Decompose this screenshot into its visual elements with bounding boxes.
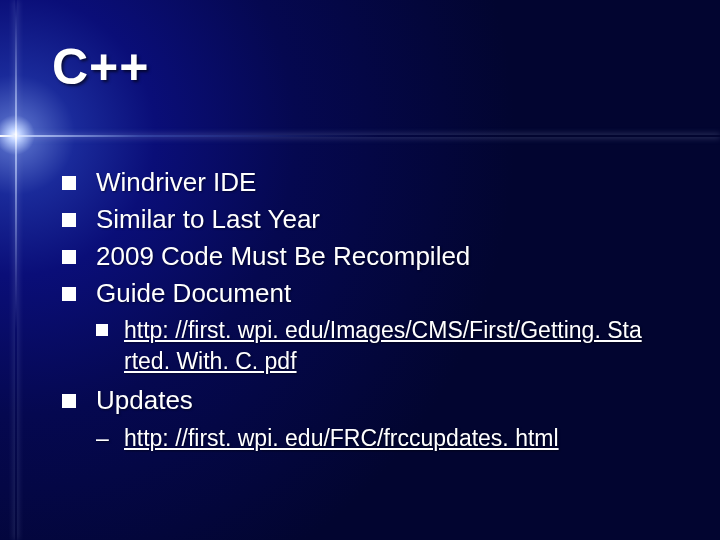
- slide: C++ Windriver IDE Similar to Last Year 2…: [0, 0, 720, 540]
- bullet-item: Windriver IDE: [62, 165, 680, 200]
- bullet-item: Updates http: //first. wpi. edu/FRC/frcc…: [62, 383, 680, 453]
- sub-bullet-list: http: //first. wpi. edu/Images/CMS/First…: [96, 315, 680, 377]
- sub-bullet-list: http: //first. wpi. edu/FRC/frccupdates.…: [96, 423, 680, 454]
- bullet-text: 2009 Code Must Be Recompiled: [96, 241, 470, 271]
- link-text-line1: http: //first. wpi. edu/Images/CMS/First…: [124, 317, 642, 343]
- link-text: http: //first. wpi. edu/Images/CMS/First…: [124, 315, 680, 346]
- bullet-item: Guide Document http: //first. wpi. edu/I…: [62, 276, 680, 377]
- link-text: http: //first. wpi. edu/FRC/frccupdates.…: [124, 425, 559, 451]
- sub-bullet-item: http: //first. wpi. edu/Images/CMS/First…: [96, 315, 680, 377]
- bullet-text: Guide Document: [96, 278, 291, 308]
- slide-title: C++: [52, 38, 150, 96]
- sub-bullet-item: http: //first. wpi. edu/FRC/frccupdates.…: [96, 423, 680, 454]
- bullet-text: Similar to Last Year: [96, 204, 320, 234]
- lens-flare-horizontal: [0, 135, 720, 137]
- bullet-text: Updates: [96, 385, 193, 415]
- link-text-line2: rted. With. C. pdf: [124, 346, 680, 377]
- bullet-text: Windriver IDE: [96, 167, 256, 197]
- lens-flare-vertical: [15, 0, 17, 540]
- bullet-item: 2009 Code Must Be Recompiled: [62, 239, 680, 274]
- bullet-list: Windriver IDE Similar to Last Year 2009 …: [62, 165, 680, 454]
- slide-body: Windriver IDE Similar to Last Year 2009 …: [62, 165, 680, 460]
- bullet-item: Similar to Last Year: [62, 202, 680, 237]
